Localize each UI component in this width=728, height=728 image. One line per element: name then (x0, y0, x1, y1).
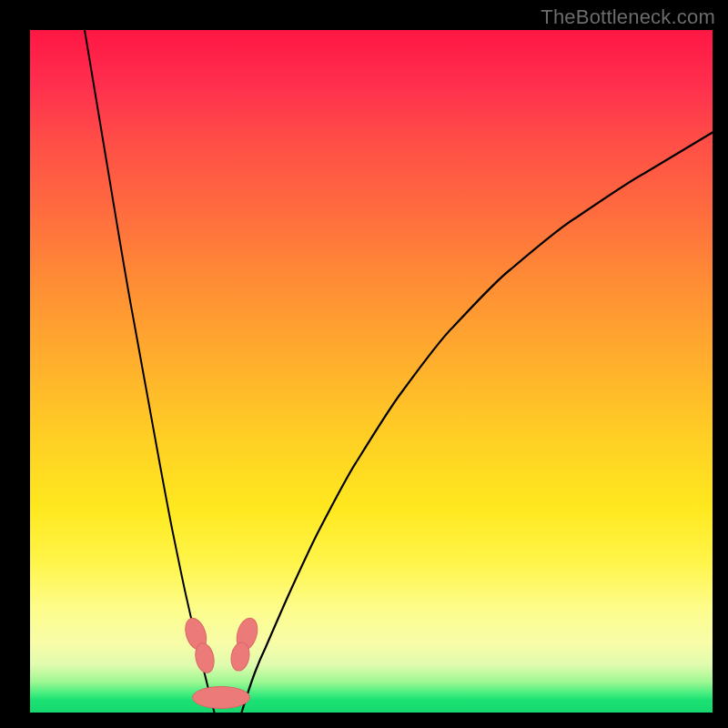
curve-layer (30, 30, 713, 713)
marker-group (182, 615, 261, 708)
plot-area (30, 30, 713, 713)
bottom-pill (193, 687, 250, 709)
chart-stage: TheBottleneck.com (0, 0, 728, 728)
right-curve (242, 133, 713, 713)
left-curve (85, 30, 215, 713)
watermark-text: TheBottleneck.com (541, 5, 715, 29)
